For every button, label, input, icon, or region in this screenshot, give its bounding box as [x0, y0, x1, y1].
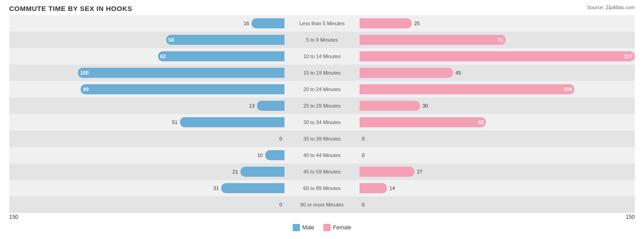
bar-male-2: 62	[158, 51, 284, 61]
chart-row: 100 15 to 19 Minutes 45	[9, 65, 635, 81]
left-section-3: 100	[9, 65, 285, 81]
bar-female-4: 104	[360, 84, 574, 94]
axis-labels: 150 150	[9, 214, 635, 220]
left-section-9: 21	[9, 163, 285, 180]
bar-row-11: 0 90 or more Minutes 0	[9, 196, 635, 213]
legend-female-box	[323, 224, 331, 231]
male-value-3: 100	[80, 70, 88, 76]
bar-male-10	[221, 183, 284, 193]
bar-female-6: 62	[360, 117, 486, 127]
right-section-3: 45	[359, 65, 635, 81]
chart-row: 16 Less than 5 Minutes 25	[9, 15, 635, 32]
bar-male-3: 100	[78, 68, 284, 78]
right-section-5: 30	[359, 98, 635, 114]
right-section-6: 62	[359, 114, 635, 130]
bar-row-9: 21 45 to 59 Minutes 27	[9, 163, 635, 180]
bar-female-5	[360, 101, 420, 111]
bar-row-6: 51 30 to 34 Minutes 62	[9, 114, 635, 130]
male-value-2: 62	[160, 54, 166, 59]
chart-row: 51 30 to 34 Minutes 62	[9, 114, 635, 130]
chart-row: 13 25 to 29 Minutes 30	[9, 98, 635, 114]
row-label-4: 20 to 24 Minutes	[285, 87, 359, 92]
male-value-10: 31	[213, 185, 219, 191]
bar-female-9	[360, 167, 415, 177]
right-section-0: 25	[359, 15, 635, 32]
female-value-2: 137	[624, 54, 633, 59]
female-value-11: 0	[362, 202, 365, 207]
legend-male-box	[293, 224, 300, 231]
legend-female: Female	[323, 224, 351, 231]
male-value-6: 51	[172, 120, 177, 125]
bar-row-8: 10 40 to 44 Minutes 0	[9, 147, 635, 163]
right-section-2: 137	[359, 48, 635, 65]
bar-male-4: 99	[81, 84, 284, 94]
bar-row-5: 13 25 to 29 Minutes 30	[9, 98, 635, 114]
left-section-2: 62	[9, 48, 285, 65]
legend-male-label: Male	[302, 224, 314, 231]
chart-container: COMMUTE TIME BY SEX IN HOOKS Source: Zip…	[0, 0, 644, 239]
male-value-11: 0	[279, 202, 282, 207]
left-section-11: 0	[9, 196, 285, 213]
bar-row-7: 0 35 to 39 Minutes 0	[9, 130, 635, 147]
chart-row: 10 40 to 44 Minutes 0	[9, 147, 635, 163]
left-section-5: 13	[9, 98, 285, 114]
male-value-1: 58	[169, 37, 174, 43]
chart-title: COMMUTE TIME BY SEX IN HOOKS	[9, 5, 635, 12]
male-value-9: 21	[233, 169, 238, 174]
bar-row-1: 58 5 to 9 Minutes 71	[9, 32, 635, 48]
row-label-9: 45 to 59 Minutes	[285, 169, 359, 174]
female-value-7: 0	[362, 136, 365, 141]
female-value-4: 104	[563, 87, 572, 92]
row-label-10: 60 to 89 Minutes	[285, 185, 359, 191]
right-section-1: 71	[359, 32, 635, 48]
bar-male-8	[265, 150, 284, 160]
bar-female-2: 137	[360, 51, 635, 61]
source-label: Source: ZipAtlas.com	[587, 5, 635, 10]
right-section-10: 14	[359, 180, 635, 196]
row-label-11: 90 or more Minutes	[285, 202, 359, 207]
bar-female-1: 71	[360, 35, 506, 45]
chart-row: 0 35 to 39 Minutes 0	[9, 130, 635, 147]
bar-female-0	[360, 18, 412, 28]
chart-row: 31 60 to 89 Minutes 14	[9, 180, 635, 196]
female-value-6: 62	[478, 120, 484, 125]
left-section-1: 58	[9, 32, 285, 48]
axis-right: 150	[626, 214, 635, 220]
left-section-4: 99	[9, 81, 285, 98]
female-value-9: 27	[417, 169, 422, 174]
row-label-1: 5 to 9 Minutes	[285, 37, 359, 43]
right-section-4: 104	[359, 81, 635, 98]
male-value-0: 16	[244, 21, 249, 26]
bar-female-3	[360, 68, 453, 78]
bar-row-10: 31 60 to 89 Minutes 14	[9, 180, 635, 196]
row-label-8: 40 to 44 Minutes	[285, 152, 359, 158]
bar-row-2: 62 10 to 14 Minutes 137	[9, 48, 635, 65]
bars-area: 16 Less than 5 Minutes 25 58 5 to 9	[9, 15, 635, 213]
chart-row: 58 5 to 9 Minutes 71	[9, 32, 635, 48]
right-section-8: 0	[359, 147, 635, 163]
bar-male-0	[251, 18, 284, 28]
chart-row: 21 45 to 59 Minutes 27	[9, 163, 635, 180]
bar-male-1: 58	[166, 35, 284, 45]
bar-male-9	[240, 167, 284, 177]
chart-row: 62 10 to 14 Minutes 137	[9, 48, 635, 65]
bar-row-4: 99 20 to 24 Minutes 104	[9, 81, 635, 98]
axis-left: 150	[9, 214, 18, 220]
left-section-10: 31	[9, 180, 285, 196]
female-value-3: 45	[455, 70, 461, 76]
right-section-9: 27	[359, 163, 635, 180]
row-label-7: 35 to 39 Minutes	[285, 136, 359, 141]
legend: Male Female	[9, 224, 635, 231]
left-section-0: 16	[9, 15, 285, 32]
row-label-2: 10 to 14 Minutes	[285, 54, 359, 59]
left-section-8: 10	[9, 147, 285, 163]
right-section-7: 0	[359, 130, 635, 147]
chart-row: 99 20 to 24 Minutes 104	[9, 81, 635, 98]
male-value-7: 0	[279, 136, 282, 141]
row-label-3: 15 to 19 Minutes	[285, 70, 359, 76]
female-value-10: 14	[389, 185, 395, 191]
bar-female-10	[360, 183, 387, 193]
female-value-0: 25	[414, 21, 420, 26]
bar-male-6	[180, 117, 284, 127]
female-value-1: 71	[497, 37, 503, 43]
